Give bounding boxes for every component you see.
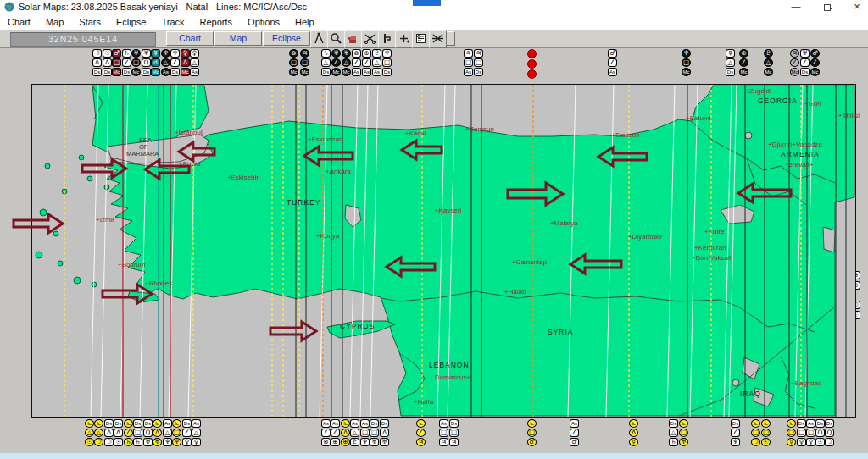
glyph-cell: Λ [380,429,389,437]
eclipse-marker-icon [527,59,537,69]
city-label: +Kayseri [435,207,462,214]
background-window-strip [413,0,441,6]
line-glyph-stack: Ds∠♆ [731,419,741,447]
line-glyph-stack: ♃□Ds [474,49,484,77]
glyph-cell: ♇ [372,49,381,58]
menu-item-track[interactable]: Track [153,15,192,27]
glyph-cell: ☌ [151,58,160,67]
menu-item-reports[interactable]: Reports [192,15,241,27]
glyph-cell: □ [449,429,459,437]
region-label: CYPRUS [340,322,375,330]
glyph-cell: Ic [629,419,638,428]
glyph-cell: Λ [103,58,112,67]
glyph-cell: Q [825,429,834,437]
region-label: IRAQ [740,390,761,398]
city-label: +Kâmil [405,130,426,137]
glyph-cell: □ [679,429,688,437]
city-label: +Diyarbakir [628,233,663,241]
pin-icon[interactable] [378,30,396,48]
glyph-cell: Ds [133,419,142,428]
line-glyph-stack: Ic□♅ [679,419,689,447]
line-glyph-stack: ♂∠As [608,49,618,77]
pan-hand-icon[interactable] [344,30,362,48]
menu-item-eclipse[interactable]: Eclipse [108,15,153,27]
crosshair-icon[interactable] [395,30,413,48]
line-glyph-stack: ♃□Mc [300,49,310,77]
glyph-cell: ⊕ [341,438,350,446]
line-glyph-stack: Ic□♆ [172,419,182,447]
glyph-cell: ∠ [124,429,133,437]
line-glyph-stack: Ic∠♃ [416,419,426,447]
glyph-cell: Ic [761,419,771,428]
glyph-cell: ♅ [143,438,153,446]
glyph-cell: □ [439,429,448,437]
glyph-cell: △ [342,58,351,67]
glyph-cell: Ds [726,68,735,76]
glyph-cell: ∠ [800,58,810,67]
city-label: +Izmir [96,216,114,224]
line-glyph-stack: ☿△Ds [726,49,736,77]
line-glyph-stack: Ds□♃ [449,419,459,447]
glyph-cell: ♂ [570,438,579,446]
title-bar: Solar Maps: 23.08.2025 Basak yeniayi - N… [0,0,868,14]
glyph-cell: Mc [810,68,820,76]
glyph-cell: As [806,419,815,428]
glyph-cell: ♅ [153,438,162,446]
measure-icon[interactable] [310,30,328,48]
glyph-cell: Mc [181,68,190,76]
minimize-button[interactable]: — [783,0,809,14]
eclipse-button[interactable]: Eclipse [263,31,310,46]
region-label: TURKEY [287,198,320,207]
glyph-cell: Λ [181,58,190,67]
city-label: +Eskisehir [227,174,259,181]
glyph-cell: □ [172,429,181,437]
menu-item-map[interactable]: Map [38,15,71,27]
close-button[interactable]: × [844,0,868,14]
menu-item-stars[interactable]: Stars [71,15,108,27]
city-label: +Samsun [465,125,494,133]
line-glyph-stack: As△♀ [192,419,202,447]
glyph-cell: ♀ [181,49,190,58]
glyph-cell: Ds [182,419,192,428]
line-glyph-stack: As∠⊕ [331,419,341,447]
glyph-cell: Mc [739,68,748,76]
glyph-cell: □ [751,429,760,437]
glyph-cell: □ [370,429,379,437]
city-label: +Bodrum [118,261,146,268]
glyph-cell: ∠ [170,58,180,67]
glyph-cell: Mc [764,68,773,76]
cut-icon[interactable] [361,30,379,48]
chart-button[interactable]: Chart [166,31,214,46]
map-button[interactable]: Map [214,31,262,46]
menu-item-options[interactable]: Options [240,15,287,27]
glyph-cell: ∠ [331,429,340,437]
glyph-cell: Ds [474,68,483,76]
glyph-cell: ☉ [103,49,112,58]
glyph-cell: ☉ [114,438,123,446]
glyph-cell: ☉ [761,438,771,446]
city-label: +Konya [316,232,340,240]
report-icon[interactable] [412,30,430,48]
menu-item-chart[interactable]: Chart [0,15,38,27]
city-label: +Rhodes [145,279,172,287]
glyph-cell: ⊕ [331,438,340,446]
line-glyph-stack: Ic□☽ [751,419,761,447]
glyph-cell: ♃ [790,49,799,58]
restore-button[interactable] [815,0,841,14]
glyph-cell: Q [142,58,151,67]
glyph-cell: △ [94,429,103,437]
glyph-cell: Ic [751,419,760,428]
menu-item-help[interactable]: Help [287,15,322,27]
glyph-cell: Λ [629,429,638,437]
glyph-cell: ♅ [131,49,141,58]
glyph-cell: As [372,68,381,76]
glyph-cell: ⊗ [289,49,298,58]
glyph-cell: Ic [341,419,350,428]
city-label: +Ankara [326,168,352,175]
line-glyph-stack: ♇△As [372,49,382,77]
astro-map-canvas[interactable]: +Istanbul+Bursa+Izmir+Eskisehir+Eskipaza… [31,84,856,418]
line-glyph-stack: As□♃ [439,419,449,447]
eclipse-marker-icon [527,69,537,79]
zoom-icon[interactable] [327,30,345,48]
track-icon[interactable] [429,30,447,48]
